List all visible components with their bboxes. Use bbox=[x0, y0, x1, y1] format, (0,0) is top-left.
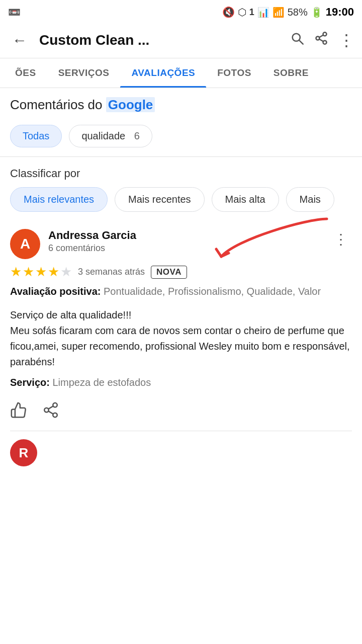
review-more-icon[interactable]: ⋮ bbox=[330, 229, 352, 250]
star-4: ★ bbox=[48, 264, 59, 280]
filter-todas[interactable]: Todas bbox=[10, 125, 62, 147]
signal-icon: 📊 bbox=[257, 7, 269, 18]
review-card: A Andressa Garcia 6 comentários ⋮ ★ ★ ★ … bbox=[0, 219, 362, 431]
page-title: Custom Clean ... bbox=[39, 32, 282, 48]
svg-line-10 bbox=[48, 411, 53, 414]
svg-line-1 bbox=[299, 40, 303, 44]
tab-avaliacoes[interactable]: AVALIAÇÕES bbox=[120, 58, 206, 88]
filter-qualidade[interactable]: qualidade 6 bbox=[69, 125, 152, 147]
nova-badge: NOVA bbox=[151, 266, 187, 279]
share-icon[interactable] bbox=[314, 31, 328, 49]
tab-fotos[interactable]: FOTOS bbox=[206, 58, 262, 88]
comentarios-header: Comentários do Google bbox=[0, 88, 362, 118]
positive-label: Avaliação positiva: Pontualidade, Profis… bbox=[10, 286, 352, 297]
filter-chips: Todas qualidade 6 bbox=[0, 118, 362, 154]
more-vert-icon[interactable]: ⋮ bbox=[338, 31, 354, 50]
status-bar: 📼 🔇 ⬡ 1 📊 📶 58% 🔋 19:00 bbox=[0, 0, 362, 22]
svg-line-6 bbox=[319, 35, 323, 38]
next-reviewer-peek: R bbox=[0, 431, 362, 466]
status-left: 📼 bbox=[8, 6, 21, 18]
sim-icon: 1 bbox=[249, 7, 254, 18]
google-text: Google bbox=[106, 97, 155, 112]
reviewer-comments: 6 comentários bbox=[48, 243, 352, 254]
comentarios-title: Comentários do Google bbox=[10, 97, 155, 112]
svg-line-11 bbox=[48, 406, 53, 409]
network-icon: 📶 bbox=[273, 7, 285, 18]
sort-mais-recentes[interactable]: Mais recentes bbox=[115, 187, 205, 212]
avatar: A bbox=[10, 229, 40, 259]
star-5: ★ bbox=[60, 264, 72, 280]
tab-servicos[interactable]: SERVIÇOS bbox=[47, 58, 121, 88]
stars-row: ★ ★ ★ ★ ★ 3 semanas atrás NOVA bbox=[10, 264, 352, 280]
battery-icon: 🔋 bbox=[311, 7, 323, 18]
service-label: Serviço: Limpeza de estofados bbox=[10, 377, 352, 388]
thumbsup-icon[interactable] bbox=[10, 401, 27, 423]
share-action-icon[interactable] bbox=[42, 401, 59, 423]
divider-1 bbox=[0, 156, 362, 157]
stars: ★ ★ ★ ★ ★ bbox=[10, 264, 72, 280]
wifi-icon: ⬡ bbox=[238, 6, 246, 18]
top-bar: ← Custom Clean ... ⋮ bbox=[0, 22, 362, 58]
status-right: 🔇 ⬡ 1 📊 📶 58% 🔋 19:00 bbox=[222, 6, 354, 19]
top-bar-actions: ⋮ bbox=[290, 31, 354, 50]
star-2: ★ bbox=[23, 264, 34, 280]
battery-percent: 58% bbox=[288, 7, 308, 18]
clock: 19:00 bbox=[326, 6, 354, 19]
next-avatar: R bbox=[10, 439, 37, 466]
star-3: ★ bbox=[35, 264, 47, 280]
mute-icon: 🔇 bbox=[222, 6, 235, 18]
tab-sobre[interactable]: SOBRE bbox=[262, 58, 320, 88]
tab-oes[interactable]: ÕES bbox=[4, 58, 47, 88]
review-time: 3 semanas atrás bbox=[78, 267, 145, 277]
cassette-icon: 📼 bbox=[8, 6, 21, 18]
tabs-bar: ÕES SERVIÇOS AVALIAÇÕES FOTOS SOBRE bbox=[0, 58, 362, 88]
reviewer-info: Andressa Garcia 6 comentários bbox=[48, 229, 352, 254]
sort-mais[interactable]: Mais bbox=[286, 187, 334, 212]
reviewer-name: Andressa Garcia bbox=[48, 229, 352, 242]
back-button[interactable]: ← bbox=[8, 30, 31, 51]
review-header: A Andressa Garcia 6 comentários ⋮ bbox=[10, 229, 352, 259]
star-1: ★ bbox=[10, 264, 22, 280]
sort-label: Classificar por bbox=[10, 167, 352, 180]
sort-section: Classificar por Mais relevantes Mais rec… bbox=[0, 159, 362, 219]
search-icon[interactable] bbox=[290, 31, 304, 49]
sort-mais-relevantes[interactable]: Mais relevantes bbox=[10, 187, 108, 212]
review-actions bbox=[10, 396, 352, 426]
sort-chips: Mais relevantes Mais recentes Mais alta … bbox=[10, 187, 352, 214]
sort-mais-alta[interactable]: Mais alta bbox=[212, 187, 279, 212]
review-text: Serviço de alta qualidade!!! Meu sofás f… bbox=[10, 307, 352, 370]
svg-line-5 bbox=[319, 39, 323, 42]
